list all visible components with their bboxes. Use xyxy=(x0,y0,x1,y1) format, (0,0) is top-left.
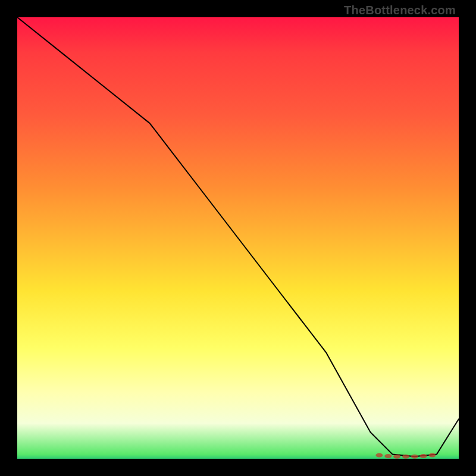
watermark-label: TheBottleneck.com xyxy=(344,4,456,17)
optimal-dot xyxy=(375,453,383,458)
optimal-dot xyxy=(402,455,409,459)
bottleneck-curve xyxy=(17,17,459,456)
optimal-dot xyxy=(411,455,418,459)
optimal-dot xyxy=(393,455,400,459)
optimal-dot xyxy=(429,453,436,458)
optimal-dot xyxy=(420,454,427,458)
chart-svg xyxy=(17,17,459,459)
optimal-dot xyxy=(384,454,392,458)
plot-area xyxy=(17,17,459,459)
optimal-region-dots xyxy=(375,453,436,459)
chart-frame: TheBottleneck.com xyxy=(0,0,476,476)
